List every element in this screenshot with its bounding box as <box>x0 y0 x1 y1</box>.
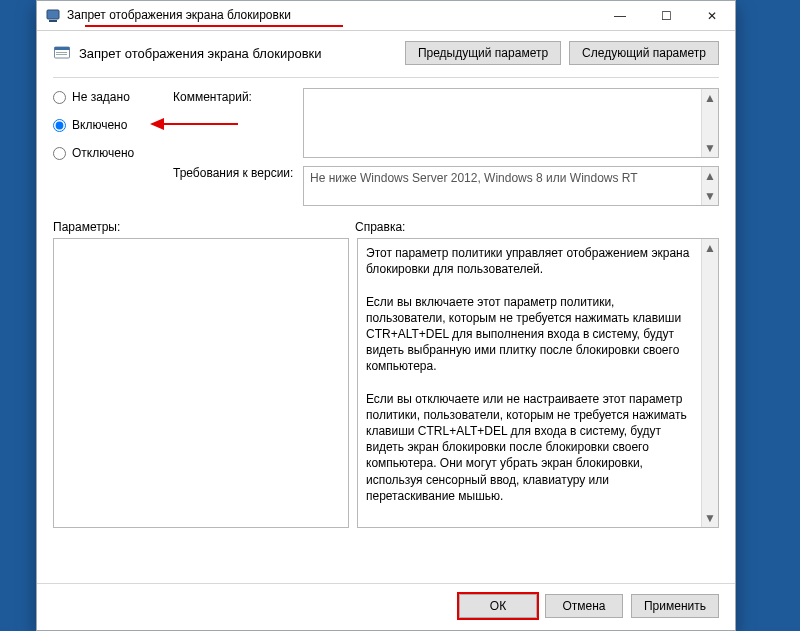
options-pane <box>53 238 349 528</box>
radio-disabled[interactable]: Отключено <box>53 146 163 160</box>
radio-enabled-input[interactable] <box>53 119 66 132</box>
field-labels: Комментарий: Требования к версии: <box>173 88 293 206</box>
radio-not-configured-label[interactable]: Не задано <box>72 90 130 104</box>
ok-button[interactable]: ОК <box>459 594 537 618</box>
scrollbar[interactable]: ▲ ▼ <box>701 239 718 527</box>
scroll-down-icon[interactable]: ▼ <box>704 511 716 525</box>
maximize-button[interactable]: ☐ <box>643 1 689 30</box>
scrollbar[interactable]: ▲ ▼ <box>701 89 718 157</box>
content-area: Запрет отображения экрана блокировки Пре… <box>37 31 735 583</box>
comment-label: Комментарий: <box>173 90 293 104</box>
settings-grid: Не задано Включено Отключено Комментарий… <box>53 88 719 206</box>
close-button[interactable]: ✕ <box>689 1 735 30</box>
annotation-underline <box>85 25 343 27</box>
requirements-label: Требования к версии: <box>173 166 293 180</box>
gpo-editor-window: Запрет отображения экрана блокировки — ☐… <box>36 0 736 631</box>
options-label: Параметры: <box>53 220 355 234</box>
help-paragraph: Если вы включаете этот параметр политики… <box>366 295 681 374</box>
lower-section-labels: Параметры: Справка: <box>53 220 719 234</box>
window-title: Запрет отображения экрана блокировки <box>67 8 291 24</box>
scrollbar: ▲ ▼ <box>701 167 718 205</box>
scroll-up-icon: ▲ <box>704 169 716 183</box>
svg-rect-1 <box>49 20 57 22</box>
app-icon <box>45 8 61 24</box>
minimize-button[interactable]: — <box>597 1 643 30</box>
scroll-down-icon: ▼ <box>704 189 716 203</box>
requirements-value: Не ниже Windows Server 2012, Windows 8 и… <box>304 167 718 205</box>
svg-rect-3 <box>55 47 70 50</box>
divider <box>53 77 719 78</box>
requirements-box: Не ниже Windows Server 2012, Windows 8 и… <box>303 166 719 206</box>
apply-button[interactable]: Применить <box>631 594 719 618</box>
radio-disabled-input[interactable] <box>53 147 66 160</box>
radio-disabled-label[interactable]: Отключено <box>72 146 134 160</box>
lower-panes: Этот параметр политики управляет отображ… <box>53 238 719 583</box>
help-paragraph: Этот параметр политики управляет отображ… <box>366 246 689 276</box>
state-radio-group: Не задано Включено Отключено <box>53 88 163 206</box>
policy-name: Запрет отображения экрана блокировки <box>79 46 322 61</box>
cancel-button[interactable]: Отмена <box>545 594 623 618</box>
comment-value[interactable] <box>304 89 718 157</box>
scroll-up-icon[interactable]: ▲ <box>704 91 716 105</box>
titlebar: Запрет отображения экрана блокировки — ☐… <box>37 1 735 31</box>
svg-rect-0 <box>47 10 59 19</box>
radio-enabled[interactable]: Включено <box>53 118 163 132</box>
radio-not-configured-input[interactable] <box>53 91 66 104</box>
scroll-up-icon[interactable]: ▲ <box>704 241 716 255</box>
help-label: Справка: <box>355 220 405 234</box>
help-text: Этот параметр политики управляет отображ… <box>358 239 718 527</box>
policy-header: Запрет отображения экрана блокировки Пре… <box>53 41 719 65</box>
radio-enabled-label[interactable]: Включено <box>72 118 127 132</box>
scroll-down-icon[interactable]: ▼ <box>704 141 716 155</box>
policy-icon <box>53 44 71 62</box>
window-controls: — ☐ ✕ <box>597 1 735 30</box>
help-pane: Этот параметр политики управляет отображ… <box>357 238 719 528</box>
comment-textarea[interactable]: ▲ ▼ <box>303 88 719 158</box>
radio-not-configured[interactable]: Не задано <box>53 90 163 104</box>
help-paragraph: Если вы отключаете или не настраиваете э… <box>366 392 687 503</box>
svg-rect-5 <box>56 54 67 55</box>
next-setting-button[interactable]: Следующий параметр <box>569 41 719 65</box>
previous-setting-button[interactable]: Предыдущий параметр <box>405 41 561 65</box>
field-values: ▲ ▼ Не ниже Windows Server 2012, Windows… <box>303 88 719 206</box>
svg-rect-4 <box>56 52 67 53</box>
dialog-footer: ОК Отмена Применить <box>37 583 735 630</box>
